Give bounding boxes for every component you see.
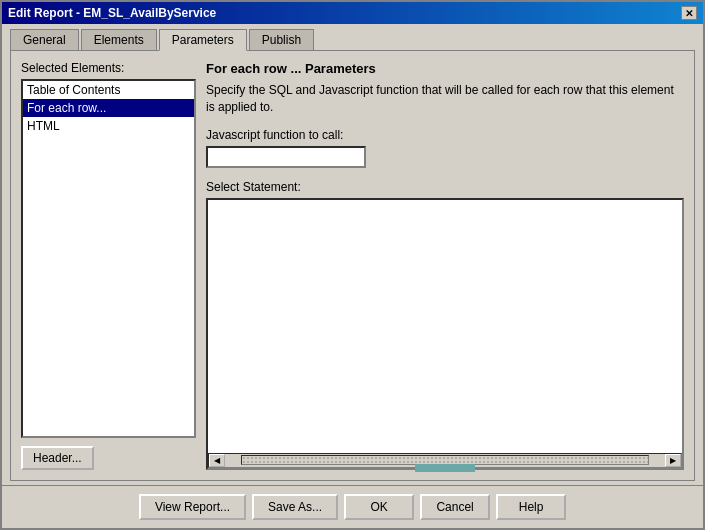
header-button[interactable]: Header...: [21, 446, 94, 470]
elements-list[interactable]: Table of Contents For each row... HTML: [21, 79, 196, 438]
tab-elements[interactable]: Elements: [81, 29, 157, 51]
ok-button[interactable]: OK: [344, 494, 414, 520]
content-area: Selected Elements: Table of Contents For…: [10, 50, 695, 481]
title-bar: Edit Report - EM_SL_AvailByService ✕: [2, 2, 703, 24]
right-panel: For each row ... Parameters Specify the …: [206, 61, 684, 470]
left-panel: Selected Elements: Table of Contents For…: [21, 61, 196, 470]
right-panel-description: Specify the SQL and Javascript function …: [206, 82, 684, 116]
save-as-button[interactable]: Save As...: [252, 494, 338, 520]
selected-elements-label: Selected Elements:: [21, 61, 196, 75]
scrollbar-thumb[interactable]: [415, 464, 475, 472]
select-statement-container: ◀ ▶: [206, 198, 684, 470]
scrollbar-track: [241, 455, 649, 465]
close-button[interactable]: ✕: [681, 6, 697, 20]
window-title: Edit Report - EM_SL_AvailByService: [8, 6, 216, 20]
list-item-foreach[interactable]: For each row...: [23, 99, 194, 117]
list-item-toc[interactable]: Table of Contents: [23, 81, 194, 99]
js-function-input[interactable]: [206, 146, 366, 168]
main-window: Edit Report - EM_SL_AvailByService ✕ Gen…: [0, 0, 705, 530]
horizontal-scrollbar[interactable]: ◀ ▶: [208, 453, 682, 468]
select-statement-textarea[interactable]: [208, 200, 682, 453]
help-button[interactable]: Help: [496, 494, 566, 520]
scroll-left-arrow[interactable]: ◀: [209, 454, 225, 467]
tab-parameters[interactable]: Parameters: [159, 29, 247, 51]
select-statement-label: Select Statement:: [206, 180, 684, 194]
scroll-right-arrow[interactable]: ▶: [665, 454, 681, 467]
scroll-dots: [242, 456, 648, 464]
list-item-html[interactable]: HTML: [23, 117, 194, 135]
js-function-label: Javascript function to call:: [206, 128, 684, 142]
cancel-button[interactable]: Cancel: [420, 494, 490, 520]
tab-bar: General Elements Parameters Publish: [2, 24, 703, 50]
bottom-bar: View Report... Save As... OK Cancel Help: [2, 485, 703, 528]
title-bar-controls: ✕: [681, 6, 697, 20]
right-panel-title: For each row ... Parameters: [206, 61, 684, 76]
tab-publish[interactable]: Publish: [249, 29, 314, 51]
tab-general[interactable]: General: [10, 29, 79, 51]
view-report-button[interactable]: View Report...: [139, 494, 246, 520]
